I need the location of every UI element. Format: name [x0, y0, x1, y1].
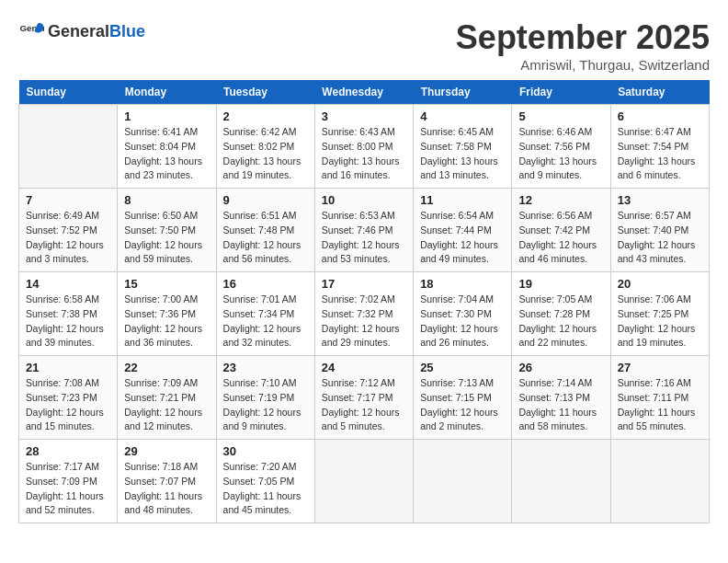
day-number: 27	[618, 361, 702, 374]
day-info: Sunrise: 6:49 AMSunset: 7:52 PMDaylight:…	[26, 209, 110, 267]
calendar-cell: 4Sunrise: 6:45 AMSunset: 7:58 PMDaylight…	[414, 105, 512, 189]
calendar-cell: 30Sunrise: 7:20 AMSunset: 7:05 PMDayligh…	[216, 440, 314, 523]
day-number: 29	[124, 444, 209, 458]
logo: General General Blue	[18, 18, 145, 44]
day-number: 30	[223, 444, 308, 458]
day-info: Sunrise: 7:13 AMSunset: 7:15 PMDaylight:…	[420, 376, 505, 434]
day-info: Sunrise: 6:54 AMSunset: 7:44 PMDaylight:…	[420, 209, 505, 267]
calendar-cell: 3Sunrise: 6:43 AMSunset: 8:00 PMDaylight…	[314, 105, 413, 189]
day-info: Sunrise: 7:02 AMSunset: 7:32 PMDaylight:…	[322, 293, 406, 350]
day-info: Sunrise: 7:01 AMSunset: 7:34 PMDaylight:…	[223, 293, 308, 350]
day-number: 10	[322, 193, 406, 207]
calendar-cell	[19, 105, 118, 189]
day-number: 23	[223, 361, 308, 374]
day-number: 13	[618, 193, 702, 207]
day-info: Sunrise: 6:47 AMSunset: 7:54 PMDaylight:…	[618, 125, 702, 183]
logo-icon: General	[18, 18, 44, 44]
day-number: 18	[420, 277, 505, 291]
day-number: 12	[518, 193, 603, 207]
logo-general: General	[48, 22, 109, 41]
day-number: 16	[223, 277, 308, 291]
day-of-week-tuesday: Tuesday	[216, 80, 314, 105]
day-info: Sunrise: 6:46 AMSunset: 7:56 PMDaylight:…	[518, 125, 603, 183]
day-info: Sunrise: 7:12 AMSunset: 7:17 PMDaylight:…	[322, 376, 406, 434]
week-row-3: 21Sunrise: 7:08 AMSunset: 7:23 PMDayligh…	[19, 356, 710, 440]
calendar-cell: 14Sunrise: 6:58 AMSunset: 7:38 PMDayligh…	[19, 272, 118, 356]
calendar-cell: 12Sunrise: 6:56 AMSunset: 7:42 PMDayligh…	[512, 189, 610, 272]
week-row-0: 1Sunrise: 6:41 AMSunset: 8:04 PMDaylight…	[19, 105, 710, 189]
day-info: Sunrise: 7:16 AMSunset: 7:11 PMDaylight:…	[618, 376, 702, 434]
day-of-week-monday: Monday	[118, 80, 216, 105]
calendar-cell: 20Sunrise: 7:06 AMSunset: 7:25 PMDayligh…	[610, 272, 709, 356]
day-info: Sunrise: 6:50 AMSunset: 7:50 PMDaylight:…	[124, 209, 209, 267]
calendar-cell: 22Sunrise: 7:09 AMSunset: 7:21 PMDayligh…	[118, 356, 216, 440]
header-row: SundayMondayTuesdayWednesdayThursdayFrid…	[19, 80, 710, 105]
day-number: 17	[322, 277, 406, 291]
calendar-cell: 28Sunrise: 7:17 AMSunset: 7:09 PMDayligh…	[19, 440, 118, 523]
calendar-cell: 13Sunrise: 6:57 AMSunset: 7:40 PMDayligh…	[610, 189, 709, 272]
day-number: 15	[124, 277, 209, 291]
day-number: 11	[420, 193, 505, 207]
day-number: 1	[124, 109, 209, 123]
calendar-cell: 2Sunrise: 6:42 AMSunset: 8:02 PMDaylight…	[216, 105, 314, 189]
day-info: Sunrise: 6:57 AMSunset: 7:40 PMDaylight:…	[618, 209, 702, 267]
calendar-cell	[414, 440, 512, 523]
calendar-cell	[512, 440, 610, 523]
day-info: Sunrise: 7:05 AMSunset: 7:28 PMDaylight:…	[518, 293, 603, 350]
calendar-cell: 7Sunrise: 6:49 AMSunset: 7:52 PMDaylight…	[19, 189, 118, 272]
day-number: 9	[223, 193, 308, 207]
calendar-cell: 16Sunrise: 7:01 AMSunset: 7:34 PMDayligh…	[216, 272, 314, 356]
calendar-cell: 27Sunrise: 7:16 AMSunset: 7:11 PMDayligh…	[610, 356, 709, 440]
location: Amriswil, Thurgau, Switzerland	[456, 57, 710, 73]
day-number: 26	[518, 361, 603, 374]
logo-blue: Blue	[109, 22, 145, 41]
calendar-cell: 18Sunrise: 7:04 AMSunset: 7:30 PMDayligh…	[414, 272, 512, 356]
day-info: Sunrise: 6:51 AMSunset: 7:48 PMDaylight:…	[223, 209, 308, 267]
calendar-cell: 19Sunrise: 7:05 AMSunset: 7:28 PMDayligh…	[512, 272, 610, 356]
calendar-cell: 15Sunrise: 7:00 AMSunset: 7:36 PMDayligh…	[118, 272, 216, 356]
day-number: 14	[26, 277, 110, 291]
day-number: 28	[26, 444, 110, 458]
calendar-cell: 21Sunrise: 7:08 AMSunset: 7:23 PMDayligh…	[19, 356, 118, 440]
calendar-cell: 8Sunrise: 6:50 AMSunset: 7:50 PMDaylight…	[118, 189, 216, 272]
calendar-cell: 11Sunrise: 6:54 AMSunset: 7:44 PMDayligh…	[414, 189, 512, 272]
day-of-week-wednesday: Wednesday	[314, 80, 413, 105]
day-info: Sunrise: 6:53 AMSunset: 7:46 PMDaylight:…	[322, 209, 406, 267]
day-info: Sunrise: 7:06 AMSunset: 7:25 PMDaylight:…	[618, 293, 702, 350]
header: General General Blue September 2025 Amri…	[18, 18, 710, 73]
day-info: Sunrise: 6:45 AMSunset: 7:58 PMDaylight:…	[420, 125, 505, 183]
day-of-week-thursday: Thursday	[414, 80, 512, 105]
day-number: 5	[518, 109, 603, 123]
day-number: 24	[322, 361, 406, 374]
day-number: 6	[618, 109, 702, 123]
day-number: 22	[124, 361, 209, 374]
calendar-cell: 24Sunrise: 7:12 AMSunset: 7:17 PMDayligh…	[314, 356, 413, 440]
calendar-cell: 6Sunrise: 6:47 AMSunset: 7:54 PMDaylight…	[610, 105, 709, 189]
calendar-cell	[314, 440, 413, 523]
day-info: Sunrise: 6:42 AMSunset: 8:02 PMDaylight:…	[223, 125, 308, 183]
title-section: September 2025 Amriswil, Thurgau, Switze…	[456, 18, 710, 73]
calendar-cell: 23Sunrise: 7:10 AMSunset: 7:19 PMDayligh…	[216, 356, 314, 440]
day-info: Sunrise: 7:17 AMSunset: 7:09 PMDaylight:…	[26, 460, 110, 518]
day-info: Sunrise: 6:43 AMSunset: 8:00 PMDaylight:…	[322, 125, 406, 183]
calendar-cell: 29Sunrise: 7:18 AMSunset: 7:07 PMDayligh…	[118, 440, 216, 523]
calendar-cell: 9Sunrise: 6:51 AMSunset: 7:48 PMDaylight…	[216, 189, 314, 272]
day-info: Sunrise: 7:08 AMSunset: 7:23 PMDaylight:…	[26, 376, 110, 434]
day-of-week-sunday: Sunday	[19, 80, 118, 105]
day-info: Sunrise: 7:04 AMSunset: 7:30 PMDaylight:…	[420, 293, 505, 350]
calendar-cell: 1Sunrise: 6:41 AMSunset: 8:04 PMDaylight…	[118, 105, 216, 189]
day-number: 3	[322, 109, 406, 123]
day-info: Sunrise: 7:09 AMSunset: 7:21 PMDaylight:…	[124, 376, 209, 434]
week-row-4: 28Sunrise: 7:17 AMSunset: 7:09 PMDayligh…	[19, 440, 710, 523]
day-info: Sunrise: 6:56 AMSunset: 7:42 PMDaylight:…	[518, 209, 603, 267]
day-number: 19	[518, 277, 603, 291]
calendar-cell	[610, 440, 709, 523]
calendar-cell: 10Sunrise: 6:53 AMSunset: 7:46 PMDayligh…	[314, 189, 413, 272]
calendar-table: SundayMondayTuesdayWednesdayThursdayFrid…	[18, 80, 710, 523]
day-info: Sunrise: 7:18 AMSunset: 7:07 PMDaylight:…	[124, 460, 209, 518]
day-number: 7	[26, 193, 110, 207]
calendar-cell: 5Sunrise: 6:46 AMSunset: 7:56 PMDaylight…	[512, 105, 610, 189]
day-number: 20	[618, 277, 702, 291]
week-row-1: 7Sunrise: 6:49 AMSunset: 7:52 PMDaylight…	[19, 189, 710, 272]
day-number: 8	[124, 193, 209, 207]
